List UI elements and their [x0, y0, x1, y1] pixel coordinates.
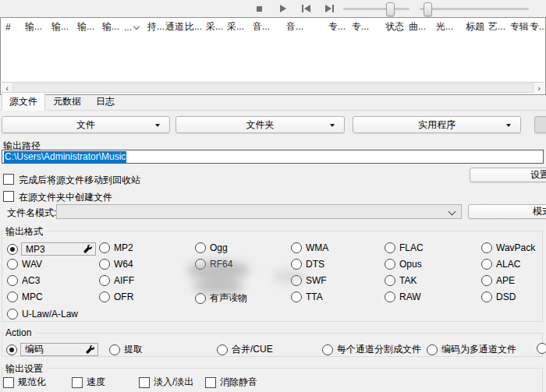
column-header-通道[interactable]: 通道	[165, 20, 185, 34]
checkbox-icon	[72, 377, 83, 388]
option-label: AIFF	[114, 275, 134, 286]
move-to-recycle-checkbox[interactable]: 完成后将源文件移动到回收站	[3, 174, 140, 187]
utilities-menu-button[interactable]: 实用程序	[353, 116, 521, 133]
settings-checkbox-淡入/淡出[interactable]: 淡入/淡出	[139, 376, 193, 389]
filename-pattern-combobox[interactable]	[56, 204, 462, 219]
create-in-source-folder-checkbox[interactable]: 在源文件夹中创建文件	[3, 191, 112, 204]
column-header-label: 输...	[25, 21, 42, 32]
radio-option-合并/CUE[interactable]: 合并/CUE	[217, 343, 273, 356]
app-window: #输...输...输...输......持...通道比...采...采...音.…	[0, 0, 546, 392]
radio-option-OFR[interactable]: OFR	[99, 291, 133, 302]
radio-option-RAW[interactable]: RAW	[385, 291, 421, 302]
column-header-音[interactable]: 音...	[253, 20, 286, 34]
radio-option-APE[interactable]: APE	[481, 275, 515, 286]
radio-option-MP3[interactable]: MP3	[7, 242, 96, 256]
radio-option-WAV[interactable]: WAV	[7, 259, 42, 270]
column-header-输[interactable]: 输...	[51, 20, 77, 34]
radio-option-DSD[interactable]: DSD	[481, 291, 516, 302]
option-label: 合并/CUE	[232, 343, 273, 356]
column-header-label: 专...	[328, 21, 346, 32]
option-label: Ogg	[210, 242, 228, 253]
tab-bar: 源文件 元数据 日志	[0, 95, 546, 111]
column-header-输[interactable]: 输...	[77, 20, 102, 34]
tab-source-files[interactable]: 源文件	[2, 92, 45, 111]
radio-option-U-Law/A-Law[interactable]: U-Law/A-Law	[7, 309, 78, 320]
column-header-label: 标题	[466, 21, 484, 32]
option-label: 规范化	[18, 376, 46, 389]
folder-menu-button[interactable]: 文件夹	[176, 116, 345, 133]
previous-track-button[interactable]	[296, 2, 315, 16]
radio-option-TAK[interactable]: TAK	[385, 275, 417, 286]
tab-metadata[interactable]: 元数据	[46, 93, 88, 110]
scroll-right-icon[interactable]: ›	[534, 83, 544, 93]
radio-option-ALAC[interactable]: ALAC	[481, 259, 520, 270]
radio-option-DTS[interactable]: DTS	[291, 259, 324, 270]
radio-option-每个通道分割成文件[interactable]: 每个通道分割成文件	[322, 343, 421, 356]
radio-option-WavPack[interactable]: WavPack	[481, 242, 535, 253]
radio-icon	[195, 242, 206, 253]
radio-icon	[99, 242, 110, 253]
radio-icon	[481, 259, 492, 270]
radio-option-编码[interactable]: 编码	[6, 343, 98, 356]
column-header-专[interactable]: 专...	[530, 20, 545, 34]
radio-option-提取[interactable]: 提取	[109, 343, 143, 356]
radio-selected-icon	[7, 244, 18, 255]
position-slider-thumb[interactable]	[386, 2, 395, 16]
radio-option-WMA[interactable]: WMA	[291, 242, 328, 253]
stop-button[interactable]	[250, 2, 268, 16]
radio-option-Ogg[interactable]: Ogg	[195, 242, 228, 253]
radio-option-AC3[interactable]: AC3	[7, 275, 40, 286]
radio-option-编码为多通道文件[interactable]: 编码为多通道文件	[427, 343, 516, 356]
column-header-输[interactable]: 输...	[102, 20, 124, 34]
pattern-button[interactable]: 模式	[468, 204, 546, 219]
radio-icon	[99, 291, 110, 302]
column-header-采[interactable]: 采...	[227, 20, 253, 34]
radio-option-AIFF[interactable]: AIFF	[99, 275, 134, 286]
output-path-input[interactable]: C:\Users\Administrator\Music	[2, 150, 544, 164]
settings-checkbox-规范化[interactable]: 规范化	[3, 376, 46, 389]
radio-option-W64[interactable]: W64	[99, 259, 133, 270]
tab-log[interactable]: 日志	[89, 93, 122, 110]
volume-slider[interactable]	[420, 8, 529, 10]
column-header-#[interactable]: #	[5, 22, 25, 33]
radio-option-TTA[interactable]: TTA	[291, 291, 323, 302]
radio-option-FLAC[interactable]: FLAC	[385, 242, 424, 253]
column-header-状态[interactable]: 状态	[385, 20, 409, 34]
column-header-采[interactable]: 采...	[206, 20, 227, 34]
column-header-label: 专...	[352, 21, 369, 32]
radio-option-MPC[interactable]: MPC	[7, 291, 43, 302]
settings-checkbox-速度[interactable]: 速度	[72, 376, 105, 389]
column-header-曲[interactable]: 曲...	[409, 20, 436, 34]
chevron-down-icon	[133, 23, 140, 29]
column-header-标题[interactable]: 标题	[466, 20, 488, 34]
next-track-button[interactable]	[320, 2, 339, 16]
configurable-option-box[interactable]: 编码	[20, 343, 98, 356]
position-slider[interactable]	[343, 8, 410, 10]
radio-option-MP2[interactable]: MP2	[99, 242, 133, 253]
column-header-持[interactable]: 持...	[147, 20, 165, 34]
settings-button[interactable]: 设置	[470, 168, 546, 182]
radio-option-clipped[interactable]	[537, 343, 546, 354]
column-header-比[interactable]: 比...	[185, 20, 206, 34]
partial-menu-button[interactable]	[534, 116, 546, 133]
radio-option-Opus[interactable]: Opus	[385, 259, 422, 270]
column-header-光[interactable]: 光...	[436, 20, 466, 34]
column-header-音[interactable]: 音...	[286, 20, 328, 34]
volume-slider-thumb[interactable]	[424, 2, 432, 16]
checkbox-icon	[139, 377, 150, 388]
horizontal-scrollbar[interactable]: ‹ ›	[2, 82, 544, 94]
column-header-输[interactable]: 输...	[25, 20, 51, 34]
column-header-专[interactable]: 专...	[328, 20, 352, 34]
column-header-label: 比...	[185, 21, 202, 32]
file-menu-button[interactable]: 文件	[2, 116, 170, 133]
play-button[interactable]	[273, 2, 292, 16]
column-header-专辑[interactable]: 专辑	[510, 20, 530, 34]
column-header-label: 光...	[436, 21, 453, 32]
column-header-艺[interactable]: 艺...	[488, 20, 510, 34]
settings-checkbox-消除静音[interactable]: 消除静音	[205, 376, 257, 389]
scrollbar-thumb[interactable]	[12, 83, 534, 93]
configurable-option-box[interactable]: MP3	[21, 242, 96, 256]
column-header-专[interactable]: 专...	[352, 20, 385, 34]
radio-icon	[291, 242, 302, 253]
column-header-[interactable]: ...	[124, 22, 147, 33]
